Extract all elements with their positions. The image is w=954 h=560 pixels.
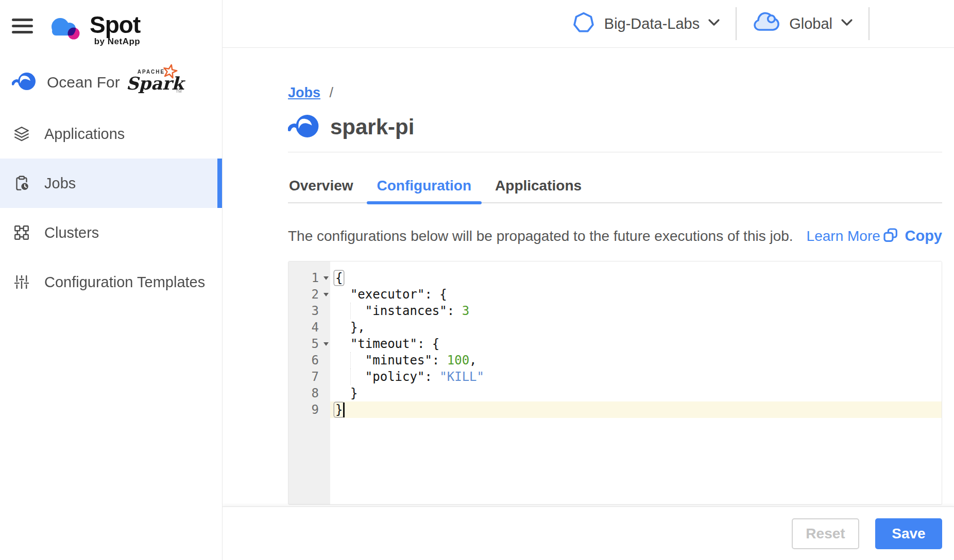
sliders-icon xyxy=(13,273,30,291)
config-description: The configurations below will be propaga… xyxy=(288,228,793,244)
code-line[interactable]: "timeout": { xyxy=(330,336,942,352)
code-token-plain: : xyxy=(447,304,462,318)
code-line[interactable]: "policy": "KILL" xyxy=(330,369,942,385)
indent-guide xyxy=(350,369,351,385)
sidebar-item-clusters[interactable]: Clusters xyxy=(0,208,222,257)
code-token-key: "timeout" xyxy=(350,337,417,351)
code-line[interactable]: "instances": 3 xyxy=(330,303,942,319)
code-token-plain: } xyxy=(335,386,357,400)
line-number: 5 xyxy=(288,336,330,352)
breadcrumb-jobs-link[interactable]: Jobs xyxy=(288,85,320,100)
code-token-string: "KILL" xyxy=(439,370,484,384)
sidebar-item-jobs[interactable]: Jobs xyxy=(0,159,222,208)
header-divider xyxy=(868,7,870,40)
header-divider xyxy=(736,7,737,40)
chevron-down-icon xyxy=(708,19,720,29)
text-cursor xyxy=(343,402,345,417)
code-token-plain: : xyxy=(424,370,439,384)
brand-subtitle: by NetApp xyxy=(90,37,140,47)
line-number: 1 xyxy=(288,270,330,286)
config-description-row: The configurations below will be propaga… xyxy=(288,227,942,245)
save-button[interactable]: Save xyxy=(875,518,942,549)
editor-gutter: 123456789 xyxy=(288,261,330,504)
sidebar-item-applications[interactable]: Applications xyxy=(0,109,222,159)
trademark: TM xyxy=(176,89,182,94)
fold-arrow-icon[interactable] xyxy=(323,276,329,280)
sidebar-item-label: Applications xyxy=(44,126,125,143)
reset-button[interactable]: Reset xyxy=(792,518,859,549)
spark-star-icon xyxy=(162,64,178,81)
copy-icon xyxy=(882,227,899,245)
fold-arrow-icon[interactable] xyxy=(323,342,329,346)
code-token-key: "instances" xyxy=(365,304,447,318)
editor-code-area[interactable]: { "executor": { "instances": 3 }, "timeo… xyxy=(330,261,942,504)
ocean-for-spark-logo: Ocean For APACHE Spark TM xyxy=(0,69,222,96)
chevron-down-icon xyxy=(841,19,853,29)
sidebar-item-label: Clusters xyxy=(44,224,99,241)
workspace-selector[interactable]: Big-Data-Labs xyxy=(572,11,720,36)
region-selector[interactable]: Global xyxy=(752,12,853,36)
line-number: 4 xyxy=(288,319,330,336)
apache-spark-logo: APACHE Spark TM xyxy=(126,69,178,96)
sidebar-item-label: Configuration Templates xyxy=(44,274,205,291)
code-token-key: "executor" xyxy=(350,287,425,302)
spot-cloud-icon xyxy=(46,13,86,47)
sidebar-nav: ApplicationsJobsClustersConfiguration Te… xyxy=(0,109,222,307)
spot-logo: Spot by NetApp xyxy=(46,13,140,47)
line-number: 6 xyxy=(288,352,330,369)
tab-configuration[interactable]: Configuration xyxy=(367,152,482,202)
code-token-key: "policy" xyxy=(365,370,425,384)
hamburger-menu-button[interactable] xyxy=(12,15,33,37)
workspace-heptagon-icon xyxy=(572,11,595,36)
action-footer: Reset Save xyxy=(223,506,954,560)
breadcrumb-separator: / xyxy=(330,85,334,100)
breadcrumb: Jobs / xyxy=(288,85,942,100)
code-token-key: "minutes" xyxy=(365,353,432,367)
layers-icon xyxy=(13,125,30,143)
line-number: 2 xyxy=(288,286,330,303)
code-token-plain xyxy=(335,287,350,302)
code-line[interactable]: "minutes": 100, xyxy=(330,352,942,369)
indent-guide xyxy=(350,352,351,369)
code-line[interactable]: }, xyxy=(330,319,942,336)
indent-guide xyxy=(350,303,351,319)
copy-label: Copy xyxy=(905,227,943,244)
job-wave-icon xyxy=(288,113,320,142)
fold-arrow-icon[interactable] xyxy=(323,293,329,296)
tab-overview[interactable]: Overview xyxy=(279,152,364,202)
top-header: Big-Data-Labs Global xyxy=(223,0,954,48)
tab-applications[interactable]: Applications xyxy=(485,152,592,202)
product-name: Ocean For xyxy=(47,74,120,91)
brand-wordmark: Spot by NetApp xyxy=(90,13,140,47)
page-title-row: spark-pi xyxy=(288,114,942,141)
copy-button[interactable]: Copy xyxy=(882,227,943,245)
code-token-plain xyxy=(335,337,350,351)
code-line[interactable]: } xyxy=(330,401,942,418)
code-line[interactable]: } xyxy=(330,385,942,401)
learn-more-link[interactable]: Learn More xyxy=(807,228,880,244)
code-token-plain: , xyxy=(469,353,476,367)
page-title: spark-pi xyxy=(330,115,414,139)
code-token-plain: : { xyxy=(424,287,447,302)
code-token-brace: } xyxy=(334,402,344,417)
region-name: Global xyxy=(789,15,832,32)
sidebar-item-configuration-templates[interactable]: Configuration Templates xyxy=(0,257,222,307)
clipboard-clock-icon xyxy=(13,174,30,192)
line-number: 3 xyxy=(288,303,330,319)
json-config-editor[interactable]: 123456789 { "executor": { "instances": 3… xyxy=(288,261,942,505)
code-token-plain: : { xyxy=(417,337,439,351)
code-token-plain: : xyxy=(432,353,447,367)
line-number: 9 xyxy=(288,401,330,418)
code-line[interactable]: "executor": { xyxy=(330,286,942,303)
code-token-number: 3 xyxy=(462,304,469,318)
ocean-wave-icon xyxy=(12,71,37,94)
code-token-brace: { xyxy=(334,271,344,285)
cloud-icon xyxy=(752,12,780,36)
brand-row: Spot by NetApp xyxy=(0,0,222,47)
line-number: 8 xyxy=(288,385,330,401)
main-content: Jobs / spark-pi OverviewConfigurationApp… xyxy=(223,48,954,506)
code-token-number: 100 xyxy=(447,353,469,367)
code-line[interactable]: { xyxy=(330,270,942,286)
sidebar-item-label: Jobs xyxy=(44,175,76,192)
code-token-plain: }, xyxy=(335,320,365,335)
